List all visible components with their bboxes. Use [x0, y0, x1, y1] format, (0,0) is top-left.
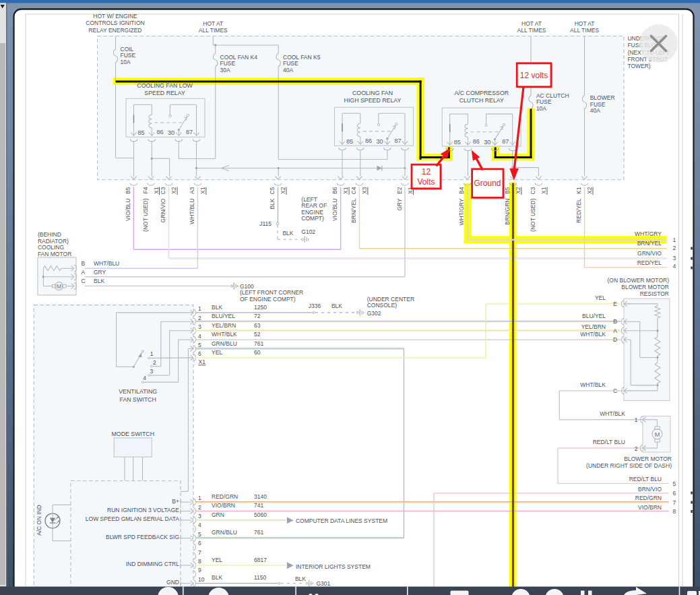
- svg-text:BRN/YEL: BRN/YEL: [350, 198, 357, 223]
- svg-text:SPEED RELAY: SPEED RELAY: [144, 90, 185, 96]
- svg-text:4: 4: [143, 375, 146, 381]
- svg-text:RED/LT BLU: RED/LT BLU: [593, 439, 625, 445]
- svg-text:741: 741: [254, 502, 263, 509]
- svg-text:VENTILATING: VENTILATING: [119, 388, 157, 395]
- svg-text:VIO/BLU: VIO/BLU: [125, 199, 131, 222]
- svg-text:X2: X2: [280, 187, 286, 194]
- svg-text:3: 3: [198, 513, 201, 520]
- svg-text:COIL: COIL: [121, 46, 134, 53]
- svg-text:BLWR SPD FEEDBACK SIG: BLWR SPD FEEDBACK SIG: [106, 534, 179, 540]
- svg-text:3: 3: [672, 255, 676, 261]
- svg-text:X1: X1: [199, 358, 206, 365]
- svg-text:BLU/YEL: BLU/YEL: [582, 313, 606, 319]
- svg-text:C4: C4: [350, 187, 357, 194]
- svg-text:RED/GRN: RED/GRN: [635, 495, 662, 501]
- svg-text:FUSE: FUSE: [590, 101, 606, 108]
- svg-text:G100: G100: [240, 283, 254, 290]
- svg-text:K1: K1: [575, 187, 582, 194]
- svg-text:30: 30: [484, 139, 490, 146]
- svg-text:(ON BLOWER MOTOR): (ON BLOWER MOTOR): [608, 277, 670, 284]
- svg-text:BLOWER: BLOWER: [590, 94, 615, 101]
- svg-text:B: B: [82, 260, 86, 267]
- svg-text:FAN MOTOR: FAN MOTOR: [38, 251, 71, 257]
- svg-text:X2: X2: [515, 187, 521, 194]
- svg-text:5: 5: [198, 531, 201, 538]
- svg-text:1: 1: [672, 237, 676, 243]
- svg-text:GRN/VIO: GRN/VIO: [160, 198, 166, 222]
- svg-text:MODE SWITCH: MODE SWITCH: [112, 431, 155, 437]
- svg-text:4: 4: [672, 263, 676, 270]
- svg-text:GRY: GRY: [94, 269, 106, 276]
- svg-text:Ground: Ground: [474, 179, 501, 188]
- svg-text:YEL: YEL: [212, 557, 222, 563]
- svg-text:BLK: BLK: [295, 575, 306, 582]
- svg-text:B5: B5: [125, 187, 131, 194]
- svg-text:ALL TIMES: ALL TIMES: [199, 27, 228, 34]
- svg-text:(NOT USED): (NOT USED): [530, 198, 536, 232]
- svg-text:AC CLUTCH: AC CLUTCH: [536, 92, 569, 99]
- svg-text:G301: G301: [317, 580, 331, 587]
- svg-text:E2: E2: [396, 187, 403, 194]
- svg-text:G102: G102: [301, 228, 315, 235]
- svg-text:87: 87: [502, 138, 509, 145]
- svg-text:VIO/BRN: VIO/BRN: [638, 504, 662, 511]
- svg-text:1150: 1150: [254, 574, 267, 581]
- svg-text:IND DIMMING CTRL: IND DIMMING CTRL: [126, 561, 180, 567]
- svg-text:F4: F4: [142, 187, 149, 193]
- svg-text:D: D: [613, 336, 617, 343]
- svg-text:ALL TIMES: ALL TIMES: [570, 27, 599, 34]
- svg-text:G302: G302: [367, 310, 381, 317]
- svg-text:INTERIOR LIGHTS SYSTEM: INTERIOR LIGHTS SYSTEM: [296, 563, 371, 570]
- svg-text:COOL FAN K4: COOL FAN K4: [220, 54, 258, 61]
- svg-text:C3: C3: [160, 187, 166, 194]
- svg-text:WHT/BLK: WHT/BLK: [600, 410, 625, 417]
- svg-text:J336: J336: [309, 303, 321, 309]
- svg-text:10A: 10A: [121, 59, 131, 65]
- svg-text:BLOWER MOTOR: BLOWER MOTOR: [621, 284, 669, 290]
- svg-text:E: E: [613, 301, 617, 307]
- svg-text:COOLING FAN LOW: COOLING FAN LOW: [137, 82, 193, 89]
- svg-text:FUSE: FUSE: [283, 60, 298, 67]
- svg-text:40A: 40A: [590, 107, 600, 114]
- svg-text:HOT AT: HOT AT: [203, 20, 223, 27]
- svg-text:ALL TIMES: ALL TIMES: [517, 27, 546, 34]
- svg-text:A3: A3: [189, 187, 195, 194]
- svg-text:GRN/BLU: GRN/BLU: [212, 340, 237, 347]
- svg-text:WHT/BLU: WHT/BLU: [94, 260, 119, 267]
- svg-text:63: 63: [254, 322, 261, 329]
- svg-text:5: 5: [198, 342, 201, 348]
- svg-text:FUSE: FUSE: [536, 98, 552, 105]
- svg-text:X2: X2: [170, 187, 177, 194]
- svg-text:6: 6: [672, 490, 676, 497]
- svg-text:FAN SWITCH: FAN SWITCH: [120, 396, 156, 403]
- svg-text:B+: B+: [172, 498, 179, 505]
- svg-text:2: 2: [198, 315, 201, 321]
- svg-text:X3: X3: [361, 187, 368, 194]
- svg-text:C3: C3: [530, 187, 536, 194]
- svg-text:VIO/BRN: VIO/BRN: [212, 502, 235, 509]
- svg-text:HOT AT: HOT AT: [521, 20, 542, 27]
- svg-text:30A: 30A: [220, 67, 230, 73]
- svg-text:87: 87: [186, 129, 193, 135]
- svg-text:GND: GND: [166, 579, 179, 586]
- svg-text:2: 2: [635, 445, 638, 452]
- svg-text:12 volts: 12 volts: [520, 71, 548, 80]
- svg-text:A: A: [613, 327, 617, 334]
- svg-text:Volts: Volts: [417, 177, 435, 187]
- svg-text:6: 6: [198, 350, 201, 357]
- svg-text:40A: 40A: [283, 67, 293, 73]
- svg-text:1250: 1250: [254, 304, 267, 311]
- svg-text:RED/LT BLU: RED/LT BLU: [629, 476, 662, 482]
- svg-text:761: 761: [254, 340, 263, 347]
- svg-text:BLK: BLK: [331, 303, 342, 309]
- svg-text:WHT/GRY: WHT/GRY: [458, 198, 465, 225]
- svg-text:4: 4: [198, 522, 201, 528]
- svg-text:FUSE: FUSE: [220, 60, 236, 67]
- svg-text:3: 3: [198, 323, 201, 330]
- svg-text:2: 2: [198, 504, 201, 511]
- svg-text:HOT W/ ENGINE: HOT W/ ENGINE: [93, 13, 137, 20]
- svg-text:BRN/VIO: BRN/VIO: [638, 486, 662, 493]
- svg-text:30: 30: [168, 129, 174, 136]
- svg-text:6: 6: [198, 540, 201, 546]
- svg-text:B4: B4: [458, 187, 465, 194]
